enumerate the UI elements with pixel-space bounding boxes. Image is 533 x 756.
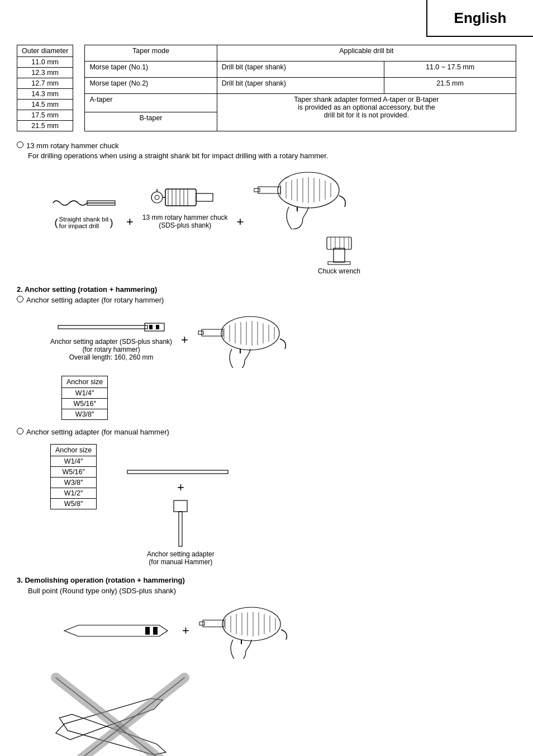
rotary-hammer-tool-svg3 xyxy=(198,603,288,659)
anchor-manual-adapter-group: + Anchor setting adapter(for manual Hamm… xyxy=(125,466,236,566)
taper-row3-mode: A-taper xyxy=(85,93,217,112)
outer-diameter-table: Outer diameter 11.0 mm 12.3 mm 12.7 mm 1… xyxy=(17,45,73,131)
anchor-size-r1: W1/4″ xyxy=(62,388,108,399)
svg-rect-28 xyxy=(334,248,345,262)
svg-rect-54 xyxy=(127,470,228,474)
bull-point-diagram xyxy=(61,617,173,645)
bullet-circle-icon xyxy=(17,141,23,148)
anchor-size-m2: W5/16″ xyxy=(51,467,97,478)
anchor-bullet2: Anchor setting adapter (for manual hamme… xyxy=(26,428,169,436)
taper-col2-header: Applicable drill bit xyxy=(217,45,516,62)
svg-rect-60 xyxy=(203,620,224,627)
plus-icon-3: + xyxy=(181,333,188,347)
svg-rect-39 xyxy=(156,325,159,329)
outer-diameter-header: Outer diameter xyxy=(17,45,73,57)
anchor-size-r3: W3/8″ xyxy=(62,409,108,420)
straight-shank-label: ( Straight shank bitfor impact drill ) xyxy=(55,216,113,229)
plus-icon-5: + xyxy=(182,623,189,638)
plus-icon-4: + xyxy=(177,480,184,495)
anchor-size-header1: Anchor size xyxy=(62,376,108,388)
rotary-hammer-desc: For drilling operations when using a str… xyxy=(28,152,516,160)
manual-hammer-svg xyxy=(164,498,197,548)
anchor-size-header2: Anchor size xyxy=(51,445,97,456)
chuck-diagram: 13 mm rotary hammer chuck(SDS-plus shank… xyxy=(142,183,228,229)
svg-rect-57 xyxy=(145,627,150,635)
od-row-3: 12.7 mm xyxy=(17,78,73,89)
header-title: English xyxy=(454,10,507,27)
demolishing-section: 3. Demolishing operation (rotation + ham… xyxy=(17,576,516,756)
demolishing-diagram-row: + xyxy=(61,603,516,659)
straight-shank-svg xyxy=(50,192,117,214)
svg-rect-61 xyxy=(199,622,204,625)
chuck-wrench-diagram: Chuck wrench xyxy=(162,231,516,275)
rotary-hammer-section: 13 mm rotary hammer chuck For drilling o… xyxy=(17,141,516,275)
svg-point-59 xyxy=(222,607,280,641)
od-row-6: 17.5 mm xyxy=(17,110,73,121)
rotary-hammer-tool-diagram2 xyxy=(197,312,287,368)
taper-row2-mode: Morse taper (No.2) xyxy=(85,77,217,93)
anchor-size-r2: W5/16″ xyxy=(62,399,108,409)
od-row-4: 14.3 mm xyxy=(17,89,73,100)
svg-rect-42 xyxy=(198,331,203,334)
svg-point-11 xyxy=(155,195,159,200)
taper-row4-mode: B-taper xyxy=(85,112,217,131)
svg-rect-41 xyxy=(202,329,223,336)
taper-row2-size: 21.5 mm xyxy=(384,77,516,93)
straight-shank-diagram: ( Straight shank bitfor impact drill ) xyxy=(50,192,117,229)
not-allowed-svg xyxy=(45,667,190,756)
anchor-bullet1: Anchor setting adapter (for rotary hamme… xyxy=(26,296,164,304)
demolishing-heading: 3. Demolishing operation (rotation + ham… xyxy=(17,576,516,584)
svg-rect-56 xyxy=(179,512,182,546)
anchor-bullet1-line: Anchor setting adapter (for rotary hamme… xyxy=(17,296,516,304)
rotary-hammer-description: For drilling operations when using a str… xyxy=(28,152,329,160)
plus-icon-2: + xyxy=(237,215,244,229)
top-tables-section: Outer diameter 11.0 mm 12.3 mm 12.7 mm 1… xyxy=(17,45,516,131)
anchor-size-m5: W5/8″ xyxy=(51,499,97,509)
anchor-bullet2-line: Anchor setting adapter (for manual hamme… xyxy=(17,428,516,436)
rotary-hammer-diagram-row: ( Straight shank bitfor impact drill ) + xyxy=(50,168,516,229)
anchor-rotary-diagram-row: Anchor setting adapter (SDS-plus shank)(… xyxy=(50,312,516,368)
anchor-adapter-label: Anchor setting adapter (SDS-plus shank)(… xyxy=(50,338,172,361)
bullet-circle-anchor2-icon xyxy=(17,428,23,434)
bullet-circle-anchor1-icon xyxy=(17,296,23,303)
header-english: English xyxy=(426,0,533,37)
taper-row1-mode: Morse taper (No.1) xyxy=(85,61,217,77)
rotary-hammer-tool-diagram xyxy=(253,168,348,229)
od-row-7: 21.5 mm xyxy=(17,121,73,131)
anchor-adapter-svg xyxy=(55,319,167,336)
svg-rect-15 xyxy=(258,187,280,193)
not-allowed-diagram xyxy=(45,667,516,756)
anchor-setting-section: 2. Anchor setting (rotation + hammering)… xyxy=(17,285,516,566)
anchor-size-rotary-table: Anchor size W1/4″ W5/16″ W3/8″ xyxy=(61,376,108,420)
demolishing-desc: Bull point (Round type only) (SDS-plus s… xyxy=(28,587,516,595)
svg-rect-38 xyxy=(149,325,153,329)
od-row-5: 14.5 mm xyxy=(17,100,73,110)
taper-col1-header: Taper mode xyxy=(85,45,217,62)
taper-row1-size: 11.0 ~ 17.5 mm xyxy=(384,61,516,77)
taper-row2-drill: Drill bit (taper shank) xyxy=(217,77,384,93)
chuck-label: 13 mm rotary hammer chuck(SDS-plus shank… xyxy=(142,214,228,229)
anchor-heading: 2. Anchor setting (rotation + hammering) xyxy=(17,285,516,294)
anchor-size-manual-section: Anchor size W1/4″ W5/16″ W3/8″ W1/2″ W5/… xyxy=(50,444,97,509)
bull-point-svg xyxy=(61,617,173,645)
chuck-wrench-label: Chuck wrench xyxy=(318,267,360,275)
plus-icon-1: + xyxy=(126,215,134,229)
anchor-adapter-diagram: Anchor setting adapter (SDS-plus shank)(… xyxy=(50,319,172,361)
anchor-manual-adapter-label: Anchor setting adapter(for manual Hammer… xyxy=(147,550,215,566)
anchor-size-m4: W1/2″ xyxy=(51,488,97,499)
main-content: Outer diameter 11.0 mm 12.3 mm 12.7 mm 1… xyxy=(0,0,533,756)
rotary-hammer-tool-svg xyxy=(253,168,348,229)
od-row-1: 11.0 mm xyxy=(17,57,73,68)
rotary-hammer-heading: 13 mm rotary hammer chuck xyxy=(26,141,118,150)
anchor-size-m1: W1/4″ xyxy=(51,456,97,467)
anchor-size-m3: W3/8″ xyxy=(51,478,97,488)
taper-row3-desc: Taper shank adapter formed A-taper or B-… xyxy=(217,93,516,131)
svg-rect-16 xyxy=(254,188,260,192)
od-row-2: 12.3 mm xyxy=(17,68,73,78)
svg-point-40 xyxy=(221,316,279,350)
svg-rect-36 xyxy=(58,325,147,329)
svg-rect-2 xyxy=(165,189,196,206)
anchor-size-manual-table: Anchor size W1/4″ W5/16″ W3/8″ W1/2″ W5/… xyxy=(50,444,97,509)
anchor-size-rotary-section: Anchor size W1/4″ W5/16″ W3/8″ xyxy=(61,376,516,420)
taper-table: Taper mode Applicable drill bit Morse ta… xyxy=(84,45,516,131)
